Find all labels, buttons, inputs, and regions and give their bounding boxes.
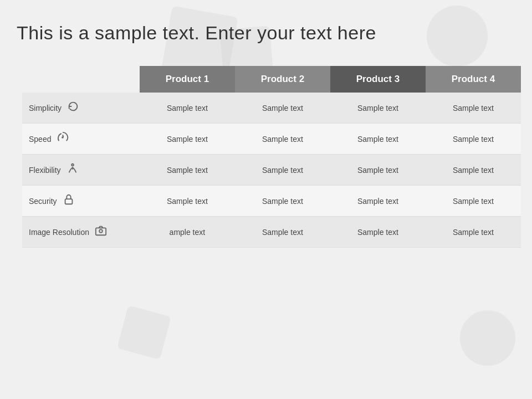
- header-empty: [22, 66, 140, 93]
- table-cell: Sample text: [330, 217, 426, 248]
- table-header-row: Product 1 Product 2 Product 3 Product 4: [22, 66, 521, 93]
- row-label-text: Security: [29, 197, 57, 206]
- table-cell: Sample text: [330, 186, 426, 217]
- header-product-3: Product 3: [330, 66, 426, 93]
- row-label-cell: Simplicity: [22, 93, 140, 124]
- table-cell: Sample text: [140, 186, 235, 217]
- security-icon: [63, 193, 75, 208]
- row-label-cell: Security: [22, 186, 140, 217]
- header-product-4: Product 4: [426, 66, 521, 93]
- table-cell: Sample text: [330, 124, 426, 155]
- sync-icon: [67, 100, 79, 115]
- table-cell: Sample text: [235, 217, 330, 248]
- row-label-text: Speed: [29, 135, 51, 144]
- header-product-2: Product 2: [235, 66, 330, 93]
- table-cell: ample text: [140, 217, 235, 248]
- table-row: FlexibilitySample textSample textSample …: [22, 155, 521, 186]
- table-cell: Sample text: [330, 155, 426, 186]
- svg-point-3: [99, 229, 103, 233]
- table-cell: Sample text: [140, 124, 235, 155]
- speed-icon: [57, 131, 69, 146]
- header-product-1: Product 1: [140, 66, 235, 93]
- table-cell: Sample text: [426, 124, 521, 155]
- row-label-cell: Speed: [22, 124, 140, 155]
- comparison-table: Product 1 Product 2 Product 3 Product 4 …: [22, 66, 521, 248]
- table-cell: Sample text: [235, 124, 330, 155]
- svg-rect-1: [65, 199, 72, 204]
- table-cell: Sample text: [235, 155, 330, 186]
- row-label-text: Flexibility: [29, 166, 61, 175]
- table-cell: Sample text: [235, 186, 330, 217]
- table-row: SecuritySample textSample textSample tex…: [22, 186, 521, 217]
- row-label-cell: Flexibility: [22, 155, 140, 186]
- table-row: SpeedSample textSample textSample textSa…: [22, 124, 521, 155]
- table-cell: Sample text: [235, 93, 330, 124]
- flexibility-icon: [66, 162, 79, 177]
- table-row: SimplicitySample textSample textSample t…: [22, 93, 521, 124]
- camera-icon: [95, 224, 107, 239]
- table-cell: Sample text: [140, 93, 235, 124]
- table-row: Image Resolutionample textSample textSam…: [22, 217, 521, 248]
- table-cell: Sample text: [330, 93, 426, 124]
- row-label-text: Image Resolution: [29, 228, 89, 237]
- table-cell: Sample text: [426, 217, 521, 248]
- table-cell: Sample text: [140, 155, 235, 186]
- table-cell: Sample text: [426, 93, 521, 124]
- table-cell: Sample text: [426, 186, 521, 217]
- row-label-cell: Image Resolution: [22, 217, 140, 248]
- table-cell: Sample text: [426, 155, 521, 186]
- row-label-text: Simplicity: [29, 104, 62, 112]
- svg-point-0: [71, 164, 74, 166]
- page-title: This is a sample text. Enter your text h…: [17, 22, 515, 44]
